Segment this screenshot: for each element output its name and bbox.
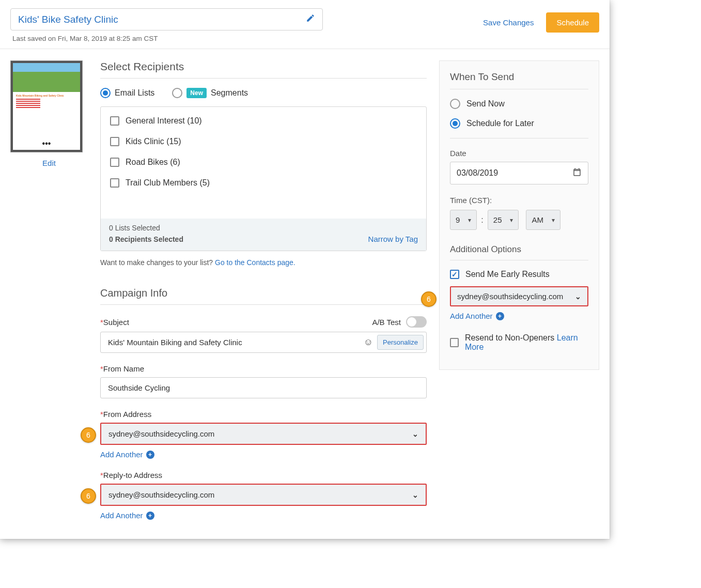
chevron-down-icon: ⌄	[412, 491, 418, 499]
preview-column: Kids Mountain Biking and Safety Clinic •…	[10, 60, 88, 523]
list-label: Road Bikes (6)	[126, 158, 180, 167]
abtest-toggle[interactable]	[406, 316, 427, 328]
subject-input[interactable]: Kids' Mountain Biking and Safety Clinic	[101, 332, 360, 352]
main-column: Select Recipients Email Lists New Segmen…	[100, 60, 427, 523]
callout-badge: 6	[81, 488, 96, 504]
when-to-send-panel: When To Send Send Now Schedule for Later…	[439, 60, 599, 370]
schedule-later-row: Schedule for Later	[450, 118, 588, 129]
from-name-input[interactable]: Southside Cycling	[100, 377, 427, 398]
time-row: 9 ▾ : 25 ▾ AM ▾	[450, 210, 588, 230]
plus-icon: +	[496, 312, 504, 320]
emoji-icon[interactable]: ☺	[360, 332, 377, 352]
time-colon: :	[481, 215, 483, 225]
chevron-down-icon: ⌄	[412, 430, 418, 438]
from-name-label: From Name	[103, 364, 144, 373]
additional-options-title: Additional Options	[450, 244, 588, 260]
plus-icon: +	[146, 451, 154, 459]
header-actions: Save Changes Schedule	[483, 8, 599, 33]
preview-heading: Kids Mountain Biking and Safety Clinic	[16, 94, 77, 97]
email-lists-label: Email Lists	[115, 88, 154, 98]
schedule-later-radio[interactable]	[450, 118, 460, 129]
resend-checkbox[interactable]	[450, 338, 459, 347]
email-lists-radio[interactable]	[100, 88, 111, 98]
campaign-title-input[interactable]: Kids' Bike Safety Clinic	[10, 8, 323, 30]
campaign-info-title: Campaign Info	[100, 287, 427, 305]
list-item: General Interest (10)	[110, 116, 417, 126]
narrow-by-tag-link[interactable]: Narrow by Tag	[368, 235, 418, 243]
email-preview-thumbnail[interactable]: Kids Mountain Biking and Safety Clinic •…	[10, 60, 83, 152]
resend-row: Resend to Non-Openers Learn More	[450, 333, 588, 352]
chevron-down-icon: ▾	[552, 216, 555, 224]
lists-counts: 0 Lists Selected 0 Recipients Selected	[109, 224, 183, 243]
personalize-button[interactable]: Personalize	[377, 335, 424, 350]
segments-label: Segments	[211, 88, 248, 98]
segments-radio[interactable]	[172, 88, 182, 98]
date-value: 03/08/2019	[457, 168, 498, 178]
early-results-label: Send Me Early Results	[465, 270, 550, 279]
when-to-send-title: When To Send	[450, 71, 588, 89]
campaign-title-text: Kids' Bike Safety Clinic	[18, 14, 118, 25]
title-area: Kids' Bike Safety Clinic Last saved on F…	[10, 8, 323, 42]
schedule-button[interactable]: Schedule	[546, 12, 599, 33]
edit-preview-link[interactable]: Edit	[10, 159, 88, 167]
reply-to-value: sydney@southsidecycling.com	[108, 490, 214, 499]
new-badge: New	[186, 88, 207, 98]
from-name-field: *From Name Southside Cycling	[100, 364, 427, 398]
list-checkbox[interactable]	[110, 158, 119, 167]
early-results-email-value: sydney@southsidecycling.com	[457, 292, 563, 301]
list-item: Trail Club Members (5)	[110, 178, 417, 188]
date-input[interactable]: 03/08/2019	[450, 162, 588, 184]
last-saved-text: Last saved on Fri, Mar 8, 2019 at 8:25 a…	[12, 35, 323, 42]
from-address-select[interactable]: sydney@southsidecycling.com ⌄	[100, 423, 427, 445]
lists-selected-count: 0 Lists Selected	[109, 224, 183, 232]
add-another-early-link[interactable]: Add Another +	[450, 312, 504, 320]
ampm-value: AM	[532, 215, 543, 224]
callout-badge: 6	[421, 291, 437, 307]
list-checkbox[interactable]	[110, 116, 119, 126]
calendar-icon[interactable]	[572, 167, 582, 179]
list-item: Road Bikes (6)	[110, 158, 417, 167]
date-label: Date	[450, 149, 588, 158]
from-address-field: *From Address sydney@southsidecycling.co…	[100, 410, 427, 459]
minute-select[interactable]: 25 ▾	[488, 210, 519, 230]
pencil-icon[interactable]	[306, 13, 315, 25]
abtest-control: A/B Test	[372, 316, 427, 328]
hour-value: 9	[456, 215, 460, 224]
early-results-row: ✓ Send Me Early Results	[450, 270, 588, 279]
save-changes-link[interactable]: Save Changes	[483, 18, 534, 27]
helper-text: Want to make changes to your list? Go to…	[100, 258, 427, 267]
list-label: Trail Club Members (5)	[126, 178, 210, 188]
add-another-from-link[interactable]: Add Another +	[100, 450, 154, 459]
send-now-label: Send Now	[466, 99, 505, 109]
email-lists-items: General Interest (10) Kids Clinic (15) R…	[101, 107, 426, 219]
early-results-checkbox[interactable]: ✓	[450, 270, 459, 279]
reply-to-select[interactable]: sydney@southsidecycling.com ⌄	[100, 484, 427, 506]
contacts-page-link[interactable]: Go to the Contacts page.	[215, 258, 295, 267]
chevron-down-icon: ▾	[468, 216, 471, 224]
from-address-label: From Address	[103, 410, 151, 419]
page-container: Kids' Bike Safety Clinic Last saved on F…	[0, 0, 610, 539]
abtest-label: A/B Test	[372, 318, 401, 327]
resend-label: Resend to Non-Openers	[465, 333, 554, 342]
reply-to-field: *Reply-to Address sydney@southsidecyclin…	[100, 471, 427, 520]
subject-input-group: Kids' Mountain Biking and Safety Clinic …	[100, 332, 427, 353]
email-lists-box: General Interest (10) Kids Clinic (15) R…	[100, 106, 427, 251]
header: Kids' Bike Safety Clinic Last saved on F…	[0, 0, 610, 49]
chevron-down-icon: ⌄	[575, 292, 581, 301]
list-label: Kids Clinic (15)	[126, 137, 181, 146]
list-item: Kids Clinic (15)	[110, 137, 417, 146]
time-label: Time (CST):	[450, 196, 588, 205]
from-address-value: sydney@southsidecycling.com	[108, 429, 214, 438]
list-checkbox[interactable]	[110, 137, 119, 146]
add-another-reply-link[interactable]: Add Another +	[100, 511, 154, 520]
send-now-radio[interactable]	[450, 99, 460, 109]
chevron-down-icon: ▾	[510, 216, 513, 224]
minute-value: 25	[493, 215, 502, 224]
hour-select[interactable]: 9 ▾	[450, 210, 477, 230]
list-checkbox[interactable]	[110, 178, 119, 188]
subject-field: *Subject A/B Test Kids' Mountain Biking …	[100, 316, 427, 353]
ampm-select[interactable]: AM ▾	[526, 210, 560, 230]
send-now-row: Send Now	[450, 99, 588, 109]
early-results-email-select[interactable]: sydney@southsidecycling.com ⌄	[450, 286, 588, 306]
recipients-selected-count: 0 Recipients Selected	[109, 235, 183, 243]
